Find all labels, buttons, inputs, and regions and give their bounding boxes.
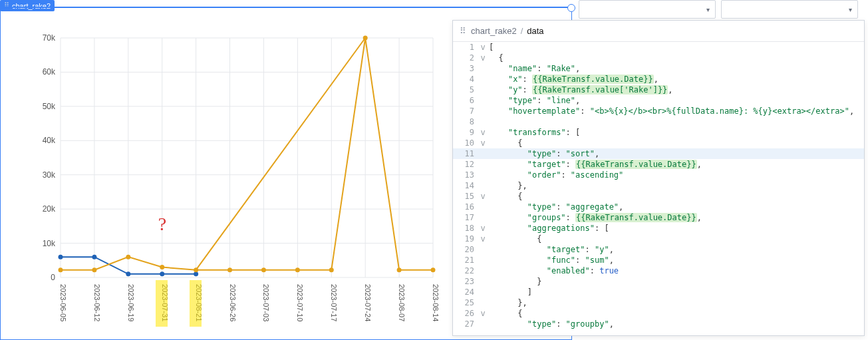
code-line[interactable]: 15v { (453, 191, 864, 202)
code-line[interactable]: 1v[ (453, 42, 864, 53)
code-line[interactable]: 7 "hovertemplate": "<b>%{x}</b><br>%{ful… (453, 106, 864, 116)
data-point[interactable] (329, 267, 334, 272)
drag-handle-icon[interactable]: ⠿ (460, 26, 467, 36)
code-content[interactable]: "aggregations": [ (488, 223, 864, 234)
side-panels: ▾ ▾ (579, 0, 858, 19)
code-line[interactable]: 12 "target": {{RakeTransf.value.Date}}, (453, 159, 864, 170)
code-line[interactable]: 17 "groups": {{RakeTransf.value.Date}}, (453, 212, 864, 223)
code-line[interactable]: 19v { (453, 234, 864, 244)
y-tick-label: 30k (43, 170, 56, 180)
code-content[interactable]: { (488, 191, 864, 202)
fold-icon[interactable]: v (478, 191, 488, 202)
x-tick-label: 2023-06-05 (59, 284, 67, 321)
data-point[interactable] (92, 255, 96, 259)
code-line[interactable]: 10v { (453, 138, 864, 148)
code-line[interactable]: 22 "enabled": true (453, 265, 864, 276)
code-line[interactable]: 11 "type": "sort", (453, 148, 864, 159)
fold-icon[interactable]: v (478, 223, 488, 234)
code-content[interactable]: "transforms": [ (488, 127, 864, 138)
code-content[interactable]: } (488, 276, 864, 287)
code-line[interactable]: 14 }, (453, 180, 864, 191)
code-line[interactable]: 16 "type": "aggregate", (453, 202, 864, 212)
code-content[interactable]: "type": "line", (488, 95, 864, 106)
data-point[interactable] (194, 271, 198, 276)
data-point[interactable] (92, 267, 96, 272)
line-number: 12 (453, 159, 478, 170)
code-content[interactable]: }, (488, 297, 864, 308)
code-line[interactable]: 2v { (453, 53, 864, 63)
fold-icon[interactable]: v (478, 53, 488, 63)
code-line[interactable]: 8 (453, 116, 864, 127)
code-line[interactable]: 24 ] (453, 287, 864, 297)
code-content[interactable]: "enabled": true (488, 265, 864, 276)
code-content[interactable]: ] (488, 287, 864, 297)
code-content[interactable]: "x": {{RakeTransf.value.Date}}, (488, 74, 864, 85)
code-line[interactable]: 5 "y": {{RakeTransf.value['Rake']}}, (453, 85, 864, 95)
fold-icon[interactable]: v (478, 127, 488, 138)
code-content[interactable]: { (488, 53, 864, 63)
data-point[interactable] (160, 271, 164, 276)
code-line[interactable]: 9v "transforms": [ (453, 127, 864, 138)
breadcrumb-root[interactable]: chart_rake2 (471, 26, 517, 36)
code-line[interactable]: 27 "type": "groupby", (453, 319, 864, 329)
line-number: 14 (453, 180, 478, 191)
code-content[interactable]: "type": "aggregate", (488, 202, 864, 212)
data-point[interactable] (126, 271, 130, 276)
code-content[interactable]: "func": "sum", (488, 255, 864, 265)
code-content[interactable]: }, (488, 180, 864, 191)
code-line[interactable]: 6 "type": "line", (453, 95, 864, 106)
code-content[interactable]: "type": "sort", (488, 148, 864, 159)
code-line[interactable]: 21 "func": "sum", (453, 255, 864, 265)
side-panel-a[interactable]: ▾ (579, 0, 716, 19)
code-content[interactable]: { (488, 234, 864, 244)
code-content[interactable]: "y": {{RakeTransf.value['Rake']}}, (488, 85, 864, 95)
code-line[interactable]: 25 }, (453, 297, 864, 308)
code-content[interactable]: "type": "groupby", (488, 319, 864, 329)
fold-icon[interactable]: v (478, 42, 488, 53)
code-line[interactable]: 18v "aggregations": [ (453, 223, 864, 234)
side-panel-b[interactable]: ▾ (721, 0, 858, 19)
code-panel[interactable]: ⠿ chart_rake2 / data 1v[2v {3 "name": "R… (452, 20, 865, 336)
data-point[interactable] (227, 267, 232, 272)
line-number: 26 (453, 308, 478, 319)
fold-icon[interactable]: v (478, 308, 488, 319)
code-content[interactable]: "name": "Rake", (488, 63, 864, 74)
y-tick-label: 40k (43, 136, 56, 145)
code-line[interactable]: 3 "name": "Rake", (453, 63, 864, 74)
fold-icon[interactable]: v (478, 234, 488, 244)
data-point[interactable] (160, 265, 164, 269)
code-line[interactable]: 4 "x": {{RakeTransf.value.Date}}, (453, 74, 864, 85)
data-point[interactable] (295, 267, 300, 272)
line-number: 2 (453, 53, 478, 63)
x-tick-label: 2023-07-10 (296, 284, 304, 321)
chart-svg[interactable]: 010k20k30k40k50k60k70k2023-06-052023-06-… (27, 31, 453, 337)
code-line[interactable]: 13 "order": "ascending" (453, 170, 864, 180)
code-content[interactable]: "order": "ascending" (488, 170, 864, 180)
code-panel-header[interactable]: ⠿ chart_rake2 / data (453, 21, 864, 42)
y-tick-label: 0 (51, 273, 55, 282)
line-number: 21 (453, 255, 478, 265)
x-tick-label: 2023-06-19 (127, 284, 135, 321)
line-number: 11 (453, 148, 478, 159)
data-point[interactable] (59, 255, 63, 259)
data-point[interactable] (126, 255, 130, 259)
data-point[interactable] (397, 267, 402, 272)
code-line[interactable]: 20 "target": "y", (453, 244, 864, 255)
code-line[interactable]: 23 } (453, 276, 864, 287)
data-point[interactable] (261, 267, 266, 272)
data-point[interactable] (59, 267, 63, 272)
code-content[interactable]: [ (488, 42, 864, 53)
code-content[interactable]: "target": {{RakeTransf.value.Date}}, (488, 159, 864, 170)
breadcrumb-leaf[interactable]: data (527, 26, 543, 36)
fold-icon[interactable]: v (478, 138, 488, 148)
data-point[interactable] (431, 267, 436, 272)
code-line[interactable]: 26v { (453, 308, 864, 319)
code-content[interactable]: { (488, 308, 864, 319)
line-number: 24 (453, 287, 478, 297)
code-content[interactable]: "hovertemplate": "<b>%{x}</b><br>%{fullD… (488, 106, 864, 116)
line-number: 13 (453, 170, 478, 180)
code-content[interactable]: "groups": {{RakeTransf.value.Date}}, (488, 212, 864, 223)
code-content[interactable]: { (488, 138, 864, 148)
code-content[interactable]: "target": "y", (488, 244, 864, 255)
code-editor[interactable]: 1v[2v {3 "name": "Rake",4 "x": {{RakeTra… (453, 42, 864, 335)
